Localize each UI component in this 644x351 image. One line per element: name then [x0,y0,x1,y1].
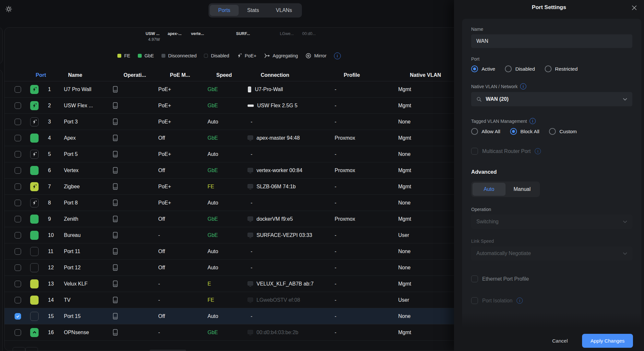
port-number: 13 [44,281,64,287]
column-header-poem[interactable]: PoE M... [158,72,208,78]
connection: dockerVM f9:e5 [247,216,335,222]
ethernet-port-profile-checkbox[interactable]: Ethernet Port Profile [471,275,632,282]
connection: - [247,200,335,206]
row-checkbox[interactable] [15,297,21,303]
operation-device-icon [112,280,158,288]
row-checkbox[interactable] [15,329,21,336]
info-icon[interactable]: i [530,118,536,124]
row-checkbox[interactable] [15,232,21,239]
column-header-connection[interactable]: Connection [247,72,335,78]
row-checkbox[interactable] [15,200,21,206]
legend-item: i [334,53,341,59]
speed: GbE [208,216,247,222]
settings-gear-icon[interactable] [5,5,13,13]
port-status-icon [30,166,39,175]
row-checkbox[interactable] [15,167,21,174]
tagged-vlan-label: Tagged VLAN Management i [471,118,632,124]
row-checkbox[interactable] [15,86,21,93]
port-status-icon [30,182,39,191]
radio-icon [545,65,552,72]
column-header-name[interactable]: Name [64,72,112,78]
radio-label: Active [482,66,495,72]
row-checkbox[interactable] [15,216,21,222]
operation-select[interactable]: Switching [471,215,632,229]
port-name: Port 5 [64,151,112,157]
tab-stats[interactable]: Stats [239,5,267,16]
tab-vlans[interactable]: VLANs [268,5,301,16]
radio-custom[interactable]: Custom [549,128,577,135]
profile: - [335,151,398,157]
tab-ports[interactable]: Ports [210,5,239,16]
checkbox-label: Ethernet Port Profile [482,276,529,282]
radio-allow-all[interactable]: Allow All [471,128,500,135]
row-checkbox[interactable] [15,313,21,320]
native-vlan-select[interactable]: WAN (20) [471,92,632,106]
column-header-operati[interactable]: Operati... [112,72,158,78]
radio-label: Allow All [482,129,500,135]
column-header-speed[interactable]: Speed [208,72,247,78]
speed: Auto [208,249,247,254]
legend-item: GbE [138,53,154,58]
pagination-button[interactable] [13,347,25,351]
row-checkbox[interactable] [15,102,21,109]
poe-mode: PoE+ [158,151,208,157]
connection-label: 00:d0:b4:03:be:2b [256,330,298,335]
port-number: 10 [44,232,64,238]
tagged-vlan-radio-group: Allow All Block All Custom [471,128,632,135]
power-draw-label: 4.97W [148,37,160,42]
profile: - [335,232,398,238]
info-icon[interactable]: i [520,83,526,89]
info-icon[interactable]: i [334,53,341,59]
row-checkbox[interactable] [15,281,21,287]
speed: GbE [208,103,247,109]
checkbox-label: Port Isolation [482,298,512,304]
cancel-button[interactable]: Cancel [552,338,568,344]
info-icon[interactable]: i [535,148,541,154]
port-name: Zigbee [64,184,112,190]
connection-label: - [251,313,252,319]
mode-auto-button[interactable]: Auto [472,183,506,196]
port-status-icon [30,198,39,207]
column-header-port[interactable]: Port [30,72,64,78]
port-isolation-checkbox[interactable]: Port Isolation i [471,297,632,304]
connection-label: VELUX_KLF_AB7B ab:7 [256,281,314,287]
apply-changes-button[interactable]: Apply Changes [582,334,633,348]
operation-device-icon [112,231,158,239]
row-checkbox[interactable] [15,151,21,158]
legend-label: Disconnected [168,53,197,58]
row-checkbox[interactable] [15,119,21,125]
port-number: 9 [44,216,64,222]
poe-mode: PoE+ [158,87,208,92]
profile: Proxmox [335,168,398,173]
radio-block-all[interactable]: Block All [510,128,540,135]
profile: - [335,249,398,254]
pagination-control[interactable] [149,350,186,351]
column-header-profile[interactable]: Profile [335,72,398,78]
mode-manual-button[interactable]: Manual [506,183,539,196]
operation-device-icon [112,312,158,320]
legend-label: GbE [145,53,154,58]
close-icon[interactable] [632,5,637,10]
radio-disabled[interactable]: Disabled [505,65,535,72]
speed: GbE [208,330,247,335]
port-name-input[interactable] [471,34,632,48]
legend-swatch [117,54,121,58]
port-name: Port 11 [64,249,112,254]
connection: U7-Pro-Wall [247,86,335,93]
port-name: Port 8 [64,200,112,206]
legend-swatch [161,54,165,58]
operation-device-icon [112,263,158,272]
pagination-button[interactable] [25,347,38,351]
row-checkbox[interactable] [15,264,21,271]
connection: apex-master 94:48 [247,135,335,141]
profile: Proxmox [335,216,398,222]
multicast-router-port-checkbox[interactable]: Multicast Router Port i [471,148,632,155]
radio-restricted[interactable]: Restricted [545,65,578,72]
info-icon[interactable]: i [517,298,523,304]
row-checkbox[interactable] [15,135,21,141]
row-checkbox[interactable] [15,183,21,190]
port-number: 12 [44,265,64,271]
link-speed-select[interactable]: Automatically Negotiate [471,246,632,261]
radio-active[interactable]: Active [471,65,495,72]
row-checkbox[interactable] [15,248,21,255]
